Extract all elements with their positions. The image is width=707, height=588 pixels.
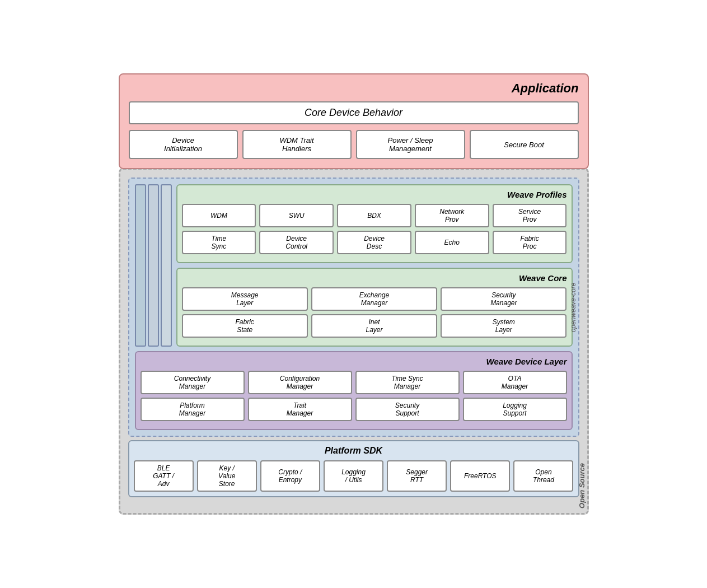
weave-device-layer-section: Weave Device Layer ConnectivityManager C… bbox=[135, 351, 573, 430]
logging-utils-box: Logging/ Utils bbox=[324, 460, 383, 492]
weave-core-title: Weave Core bbox=[182, 273, 567, 283]
profiles-row-1: WDM SWU BDX NetworkProv ServiceProv bbox=[182, 204, 567, 227]
profiles-core-block: Weave Profiles WDM SWU BDX NetworkProv S… bbox=[135, 184, 573, 347]
architecture-diagram: Application Core Device Behavior DeviceI… bbox=[119, 73, 589, 515]
platform-sdk-section: Platform SDK BLEGATT /Adv Key /ValueStor… bbox=[128, 440, 579, 497]
weave-profiles-title: Weave Profiles bbox=[182, 190, 567, 199]
ota-manager-box: OTAManager bbox=[463, 371, 567, 394]
time-sync-profile-box: TimeSync bbox=[182, 231, 256, 254]
ble-gatt-adv-box: BLEGATT /Adv bbox=[134, 460, 194, 492]
logging-support-box: LoggingSupport bbox=[463, 398, 567, 421]
core-device-behavior-box: Core Device Behavior bbox=[129, 101, 579, 124]
echo-box: Echo bbox=[415, 231, 489, 254]
key-value-store-box: Key /ValueStore bbox=[197, 460, 257, 492]
inet-layer-box: InetLayer bbox=[311, 314, 437, 338]
crypto-entropy-box: Crypto /Entropy bbox=[260, 460, 320, 492]
weave-profiles-section: Weave Profiles WDM SWU BDX NetworkProv S… bbox=[176, 184, 573, 263]
security-manager-box: SecurityManager bbox=[441, 287, 566, 311]
core-row-1: MessageLayer ExchangeManager SecurityMan… bbox=[182, 287, 567, 311]
openweave-core-label: openweave-core bbox=[569, 282, 577, 332]
weave-core-section: Weave Core MessageLayer ExchangeManager … bbox=[176, 268, 573, 347]
connectivity-manager-box: ConnectivityManager bbox=[141, 371, 245, 394]
wdm-trait-handlers-box: WDM TraitHandlers bbox=[242, 130, 352, 159]
wdm-box: WDM bbox=[182, 204, 256, 227]
device-desc-box: DeviceDesc bbox=[337, 231, 411, 254]
secure-boot-box: Secure Boot bbox=[470, 130, 579, 159]
device-row-2: PlatformManager TraitManager SecuritySup… bbox=[141, 398, 567, 421]
depth-bar-2 bbox=[148, 184, 159, 347]
platform-sdk-title: Platform SDK bbox=[134, 446, 574, 456]
network-prov-box: NetworkProv bbox=[415, 204, 489, 227]
message-layer-box: MessageLayer bbox=[182, 287, 308, 311]
freertos-box: FreeRTOS bbox=[450, 460, 510, 492]
diagram-container: Application Core Device Behavior DeviceI… bbox=[102, 62, 606, 526]
configuration-manager-box: ConfigurationManager bbox=[248, 371, 352, 394]
device-control-box: DeviceControl bbox=[259, 231, 334, 254]
platform-manager-box: PlatformManager bbox=[141, 398, 245, 421]
weave-device-layer-title: Weave Device Layer bbox=[141, 357, 567, 366]
fabric-state-box: FabricState bbox=[182, 314, 308, 338]
application-title: Application bbox=[129, 81, 579, 96]
open-thread-box: OpenThread bbox=[513, 460, 573, 492]
service-prov-box: ServiceProv bbox=[493, 204, 567, 227]
segger-rtt-box: SeggerRTT bbox=[387, 460, 447, 492]
power-sleep-management-box: Power / SleepManagement bbox=[356, 130, 465, 159]
profiles-row-2: TimeSync DeviceControl DeviceDesc Echo F… bbox=[182, 231, 567, 254]
security-support-box: SecuritySupport bbox=[355, 398, 460, 421]
application-layer: Application Core Device Behavior DeviceI… bbox=[119, 73, 589, 169]
device-initialization-box: DeviceInitialization bbox=[129, 130, 238, 159]
swu-box: SWU bbox=[259, 204, 334, 227]
exchange-manager-box: ExchangeManager bbox=[311, 287, 437, 311]
trait-manager-box: TraitManager bbox=[248, 398, 352, 421]
open-source-layer: Weave Profiles WDM SWU BDX NetworkProv S… bbox=[119, 168, 589, 515]
right-sections: Weave Profiles WDM SWU BDX NetworkProv S… bbox=[176, 184, 573, 347]
depth-bar-3 bbox=[161, 184, 172, 347]
core-row-2: FabricState InetLayer SystemLayer bbox=[182, 314, 567, 338]
sdk-row: BLEGATT /Adv Key /ValueStore Crypto /Ent… bbox=[134, 460, 574, 492]
system-layer-box: SystemLayer bbox=[441, 314, 566, 338]
app-sub-boxes: DeviceInitialization WDM TraitHandlers P… bbox=[129, 130, 579, 159]
time-sync-manager-box: Time SyncManager bbox=[355, 371, 460, 394]
open-source-label: Open Source bbox=[578, 463, 586, 508]
fabric-proc-box: FabricProc bbox=[493, 231, 567, 254]
openweave-core-layer: Weave Profiles WDM SWU BDX NetworkProv S… bbox=[128, 178, 579, 437]
depth-bar-1 bbox=[135, 184, 146, 347]
device-row-1: ConnectivityManager ConfigurationManager… bbox=[141, 371, 567, 394]
bdx-box: BDX bbox=[337, 204, 411, 227]
depth-bars bbox=[135, 184, 172, 347]
